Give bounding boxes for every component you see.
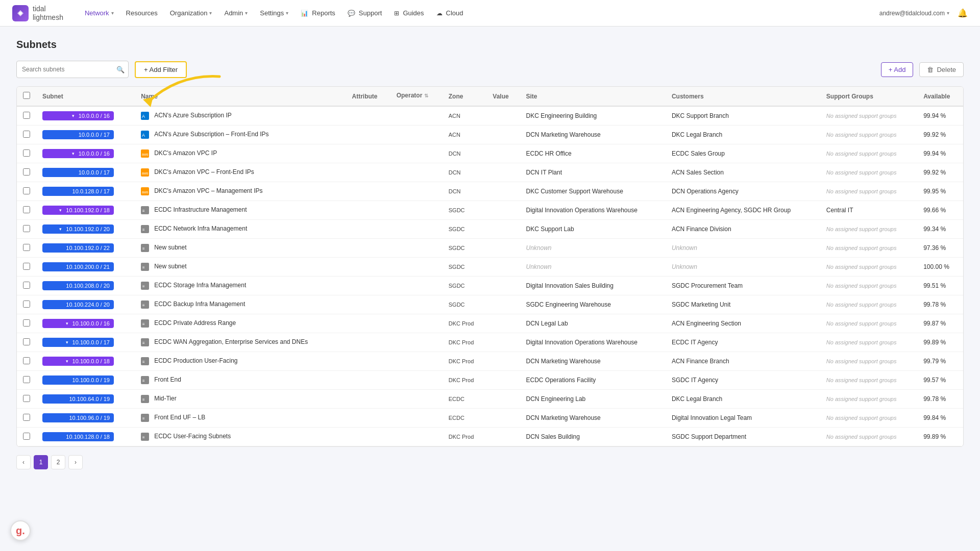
logo-icon <box>12 5 29 21</box>
row-checkbox[interactable] <box>23 357 30 364</box>
name-cell: ≡ New subnet <box>135 258 346 277</box>
user-menu[interactable]: andrew@tidalcloud.com ▾ <box>879 10 949 17</box>
zone-cell: DCN <box>443 144 487 163</box>
operator-cell <box>390 126 443 144</box>
row-checkbox[interactable] <box>23 206 30 213</box>
table-row: 10.0.128.0 / 17 aws DKC's Amazon VPC – M… <box>17 182 963 201</box>
name-cell: ≡ ECDC Backup Infra Management <box>135 295 346 314</box>
name-text: New subnet <box>154 263 186 270</box>
row-checkbox[interactable] <box>23 282 30 289</box>
row-checkbox[interactable] <box>23 338 30 345</box>
name-icon: aws <box>141 168 152 177</box>
name-text: ECDC Private Address Range <box>154 319 236 327</box>
value-cell <box>486 163 520 182</box>
customers-cell: ACN Engineering Agency, SGDC HR Group <box>666 201 820 220</box>
name-icon: ≡ <box>141 300 152 309</box>
prev-page-button[interactable]: ‹ <box>16 455 31 469</box>
attribute-cell <box>346 220 390 239</box>
subnet-cell: ▾ 10.0.0.0 / 16 <box>36 106 135 126</box>
expand-icon[interactable]: ▾ <box>66 340 68 345</box>
name-text: New subnet <box>154 244 186 251</box>
site-cell: DCN Legal Lab <box>520 314 666 333</box>
name-cell: ≡ Front End UF – LB <box>135 409 346 428</box>
subnet-cell: 10.100.224.0 / 20 <box>36 295 135 314</box>
page-2-button[interactable]: 2 <box>51 455 65 469</box>
support-groups-cell: No assigned support groups <box>820 163 917 182</box>
site-cell: DCN IT Plant <box>520 163 666 182</box>
nav-resources[interactable]: Resources <box>121 6 163 20</box>
available-cell: 99.87 % <box>917 314 963 333</box>
customers-cell: SGDC Marketing Unit <box>666 295 820 314</box>
site-cell: ECDC Operations Facility <box>520 371 666 390</box>
select-all-checkbox[interactable] <box>23 92 30 99</box>
svg-text:≡: ≡ <box>142 246 145 251</box>
table-row: ▾ 10.0.0.0 / 16 A ACN's Azure Subscripti… <box>17 106 963 126</box>
attribute-cell <box>346 295 390 314</box>
add-filter-button[interactable]: + Add Filter <box>135 61 187 78</box>
nav-cloud[interactable]: ☁ Cloud <box>431 6 469 20</box>
zone-cell: DCN <box>443 163 487 182</box>
nav-guides[interactable]: ⊞ Guides <box>389 6 429 20</box>
page-title: Subnets <box>16 39 964 51</box>
name-text: Mid-Tier <box>154 395 177 402</box>
nav-organization[interactable]: Organization ▾ <box>165 6 217 20</box>
zone-cell: SGDC <box>443 201 487 220</box>
search-input[interactable] <box>16 61 129 78</box>
zone-cell: DKC Prod <box>443 428 487 446</box>
operator-cell <box>390 371 443 390</box>
expand-icon[interactable]: ▾ <box>72 113 75 118</box>
row-checkbox[interactable] <box>23 149 30 157</box>
nav-support[interactable]: 💬 Support <box>342 6 387 20</box>
navbar: tidal lightmesh Network ▾ Resources Orga… <box>0 0 980 27</box>
delete-button[interactable]: 🗑 Delete <box>919 62 964 77</box>
row-checkbox[interactable] <box>23 319 30 327</box>
support-groups-cell: No assigned support groups <box>820 352 917 371</box>
attribute-cell <box>346 390 390 409</box>
page-1-button[interactable]: 1 <box>34 455 48 469</box>
support-groups-cell: No assigned support groups <box>820 390 917 409</box>
notifications-bell[interactable]: 🔔 <box>958 8 968 18</box>
name-text: ECDC Production User-Facing <box>154 357 237 364</box>
zone-cell: DKC Prod <box>443 371 487 390</box>
nav-admin[interactable]: Admin ▾ <box>219 6 253 20</box>
svg-text:A: A <box>142 133 145 138</box>
row-checkbox[interactable] <box>23 225 30 232</box>
customers-cell: ACN Engineering Section <box>666 314 820 333</box>
app-logo[interactable]: tidal lightmesh <box>12 5 63 22</box>
add-button[interactable]: + Add <box>881 62 914 77</box>
value-cell <box>486 371 520 390</box>
row-checkbox[interactable] <box>23 244 30 251</box>
table-row: ▾ 10.100.0.0 / 16 ≡ ECDC Private Address… <box>17 314 963 333</box>
site-cell: Unknown <box>520 239 666 258</box>
expand-icon[interactable]: ▾ <box>66 359 68 364</box>
row-checkbox[interactable] <box>23 433 30 440</box>
row-checkbox[interactable] <box>23 300 30 308</box>
expand-icon[interactable]: ▾ <box>59 208 62 213</box>
next-page-button[interactable]: › <box>68 455 83 469</box>
row-checkbox[interactable] <box>23 131 30 138</box>
row-checkbox[interactable] <box>23 187 30 194</box>
available-cell: 99.92 % <box>917 126 963 144</box>
nav-network[interactable]: Network ▾ <box>80 6 119 20</box>
row-checkbox[interactable] <box>23 112 30 119</box>
value-cell <box>486 295 520 314</box>
row-checkbox[interactable] <box>23 414 30 421</box>
nav-reports[interactable]: 📊 Reports <box>296 6 340 20</box>
operator-cell <box>390 314 443 333</box>
row-checkbox[interactable] <box>23 376 30 383</box>
row-checkbox[interactable] <box>23 168 30 176</box>
nav-settings[interactable]: Settings ▾ <box>255 6 293 20</box>
col-support-groups: Support Groups <box>820 87 917 106</box>
expand-icon[interactable]: ▾ <box>72 151 75 156</box>
value-cell <box>486 258 520 277</box>
row-checkbox[interactable] <box>23 395 30 402</box>
operator-cell <box>390 201 443 220</box>
chevron-down-icon: ▾ <box>209 10 212 16</box>
site-cell: Digital Innovation Sales Building <box>520 277 666 295</box>
expand-icon[interactable]: ▾ <box>66 321 68 326</box>
operator-cell <box>390 333 443 352</box>
row-checkbox[interactable] <box>23 263 30 270</box>
expand-icon[interactable]: ▾ <box>59 227 62 232</box>
value-cell <box>486 428 520 446</box>
svg-text:≡: ≡ <box>142 322 145 327</box>
